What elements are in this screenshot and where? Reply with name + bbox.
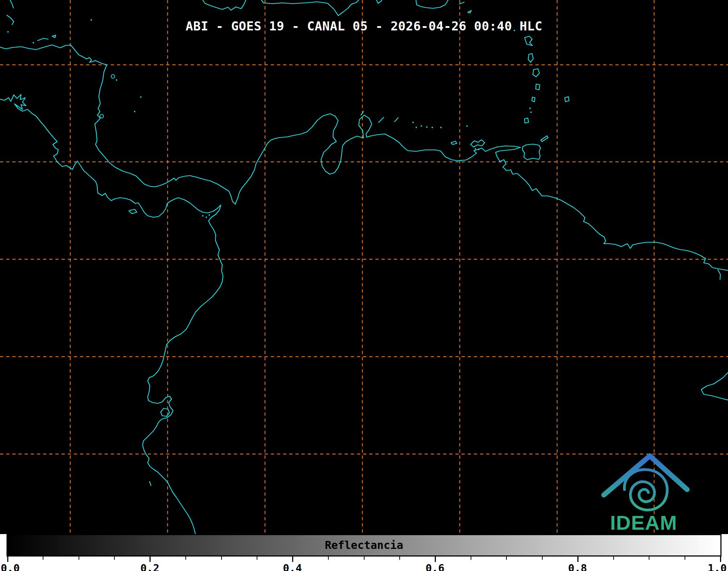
hispaniola-east-bit xyxy=(376,0,382,3)
mainland-caribbean-coast xyxy=(0,45,728,270)
lobos-island xyxy=(150,482,151,486)
san-andres-dot xyxy=(134,111,135,112)
brazil-amazon-corner xyxy=(701,372,728,400)
pearl-islands-dot-1 xyxy=(202,215,203,217)
cubagua-dot xyxy=(478,149,479,150)
guanaja-island xyxy=(52,35,56,38)
colorbar-minor-tick xyxy=(257,557,257,560)
colorbar-gradient-bar: Reflectancia xyxy=(7,534,721,557)
colorbar-tick-label: 0.2 xyxy=(140,562,159,571)
los-roques-dot-4 xyxy=(432,127,433,128)
los-roques-dot-3 xyxy=(426,126,428,128)
colorbar-tick-label: 0.0 xyxy=(1,562,20,571)
orchila-dot xyxy=(440,127,442,128)
colorbar-title: Reflectancia xyxy=(8,539,720,551)
colorbar-minor-tick xyxy=(221,557,222,560)
colorbar-minor-tick xyxy=(613,557,614,560)
colorbar-major-tick xyxy=(435,557,436,562)
hispaniola-south-coast xyxy=(261,0,359,16)
grenadines-dot-2 xyxy=(530,112,532,113)
puerto-rico-coast xyxy=(416,0,448,8)
colorbar-major-tick xyxy=(577,557,578,562)
pearl-lagoon-ring xyxy=(100,114,104,118)
logo-wordmark: IDEAM xyxy=(610,511,677,534)
la-tortuga-island xyxy=(451,141,457,144)
martinique-island xyxy=(533,69,539,77)
colorbar-major-tick xyxy=(150,557,151,562)
miskito-cay-ring xyxy=(111,75,115,78)
barbados-island xyxy=(565,97,569,102)
miskito-cay-dot xyxy=(116,79,117,81)
colorbar-minor-tick xyxy=(506,557,507,560)
colorbar-minor-tick xyxy=(185,557,186,560)
las-aves-dot xyxy=(412,122,414,123)
colorbar-tick-label: 0.8 xyxy=(568,562,587,571)
colorbar-minor-tick xyxy=(471,557,471,560)
colorbar-tick-label: 1.0 xyxy=(708,562,727,571)
colorbar-major-tick xyxy=(720,557,721,562)
bonaire-island xyxy=(395,118,398,122)
puna-island xyxy=(161,408,169,416)
coche-dot xyxy=(475,148,476,150)
colorbar-minor-tick xyxy=(79,557,79,560)
margarita-island xyxy=(471,140,485,147)
satellite-image-viewer: ABI - GOES 19 - CANAL 05 - 2026-04-26 00… xyxy=(0,0,728,571)
st-lucia-island xyxy=(536,84,540,90)
providencia-dot xyxy=(140,96,142,98)
grenadines-dot-1 xyxy=(529,108,531,109)
colorbar-tick-label: 0.6 xyxy=(425,562,444,571)
la-blanquilla-dot xyxy=(466,125,468,127)
colorbar-minor-tick xyxy=(43,557,43,560)
guiana-river-spur xyxy=(718,270,720,280)
colorbar-minor-tick xyxy=(685,557,685,560)
st-vincent-island xyxy=(532,97,535,102)
colorbar-major-tick xyxy=(292,557,293,562)
coiba-island xyxy=(129,209,137,214)
satellite-map: ABI - GOES 19 - CANAL 05 - 2026-04-26 00… xyxy=(0,0,728,534)
los-roques-dot-2 xyxy=(421,125,422,127)
guadeloupe-island xyxy=(525,36,533,46)
colorbar-minor-tick xyxy=(399,557,400,560)
st-croix-island xyxy=(468,11,471,13)
mainland-pacific-coast xyxy=(0,95,223,534)
los-roques-dot-1 xyxy=(416,127,417,128)
colorbar-minor-tick xyxy=(114,557,115,560)
grenada-island xyxy=(525,118,529,123)
logo-hurricane-spiral-icon xyxy=(624,470,667,510)
curacao-island xyxy=(379,117,384,122)
colorbar-minor-tick xyxy=(328,557,329,560)
colorbar: Reflectancia 0.00.20.40.60.81.0 xyxy=(0,534,728,571)
utila-island-dot xyxy=(33,42,34,43)
tobago-island xyxy=(541,136,548,142)
trinidad-island xyxy=(522,144,540,160)
pearl-islands-dot-3 xyxy=(209,214,210,216)
colorbar-tick-label: 0.4 xyxy=(283,562,302,571)
dominica-island xyxy=(528,54,533,62)
pearl-islands-dot-2 xyxy=(206,217,207,218)
image-title: ABI - GOES 19 - CANAL 05 - 2026-04-26 00… xyxy=(0,19,728,33)
colorbar-major-tick xyxy=(7,557,8,562)
colorbar-minor-tick xyxy=(649,557,649,560)
colorbar-minor-tick xyxy=(364,557,365,560)
belize-coast-bit-1 xyxy=(10,0,13,8)
jamaica-coast xyxy=(203,0,246,10)
ideam-logo: IDEAM xyxy=(594,448,699,534)
roatan-island xyxy=(38,38,48,41)
colorbar-minor-tick xyxy=(542,557,543,560)
